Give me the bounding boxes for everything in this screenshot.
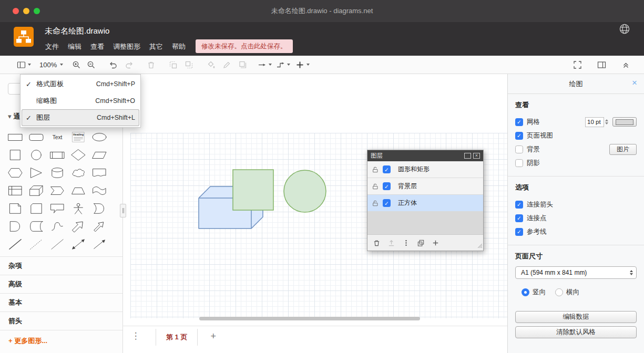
collapse-toolbar-button[interactable]: [619, 58, 632, 71]
shadow-checkbox[interactable]: [515, 159, 523, 167]
shape-cylinder[interactable]: [47, 164, 68, 182]
fill-color-button[interactable]: [204, 58, 218, 71]
redo-button[interactable]: [122, 58, 136, 71]
shape-textbox[interactable]: Heading: [68, 128, 89, 146]
shape-rectangle[interactable]: [5, 128, 26, 146]
shape-hexagon[interactable]: [5, 164, 26, 182]
menu-file[interactable]: 文件: [45, 42, 59, 51]
clear-default-style-button[interactable]: 清除默认风格: [515, 326, 637, 338]
shape-line[interactable]: [5, 235, 26, 253]
shape-parallelogram[interactable]: [89, 146, 110, 164]
zoom-in-button[interactable]: [69, 58, 83, 71]
lock-icon[interactable]: [372, 183, 379, 190]
layer-visible-checkbox[interactable]: [383, 182, 391, 190]
delete-layer-icon[interactable]: [373, 239, 381, 247]
option-checkbox[interactable]: [515, 228, 523, 236]
fullscreen-button[interactable]: [570, 58, 584, 71]
portrait-radio[interactable]: [522, 288, 529, 296]
section-advanced[interactable]: 高级: [0, 275, 122, 293]
square-shape[interactable]: [233, 170, 273, 210]
shape-ellipse[interactable]: [89, 128, 110, 146]
grid-color-button[interactable]: [612, 117, 637, 127]
shape-cube[interactable]: [26, 182, 47, 200]
layer-row[interactable]: 正方体: [367, 195, 483, 212]
shape-internal-storage[interactable]: [5, 182, 26, 200]
language-globe-icon[interactable]: [619, 23, 630, 36]
shape-document[interactable]: [89, 164, 110, 182]
shape-process[interactable]: [47, 146, 68, 164]
shape-dotted-line[interactable]: [26, 235, 47, 253]
landscape-radio[interactable]: [555, 288, 563, 296]
connection-style-button[interactable]: [258, 58, 272, 71]
shape-step[interactable]: [47, 182, 68, 200]
insert-button[interactable]: [295, 58, 310, 71]
layer-visible-checkbox[interactable]: [383, 199, 391, 207]
option-checkbox[interactable]: [515, 214, 523, 222]
page-tab-1[interactable]: 第 1 页: [156, 329, 198, 346]
menu-extras[interactable]: 其它: [149, 42, 163, 51]
lock-icon[interactable]: [372, 200, 379, 207]
shape-and[interactable]: [5, 217, 26, 235]
view-menu-item-layers[interactable]: 图层Cmd+Shift+L: [22, 109, 139, 126]
shape-data-storage[interactable]: [26, 217, 47, 235]
page-size-select[interactable]: A1 (594 mm x 841 mm): [515, 266, 637, 279]
shape-actor[interactable]: [68, 200, 89, 217]
shape-arrow[interactable]: [89, 235, 110, 253]
zoom-select[interactable]: 100%: [39, 58, 63, 71]
shape-rounded-rectangle[interactable]: [26, 128, 47, 146]
view-menu-item-format-panel[interactable]: 格式面板Cmd+Shift+P: [22, 76, 139, 92]
shape-cloud[interactable]: [68, 164, 89, 182]
page-view-checkbox[interactable]: [515, 132, 523, 140]
layer-row[interactable]: 背景层: [367, 178, 483, 195]
minimize-window-icon[interactable]: [464, 153, 471, 159]
shape-arrow-northeast[interactable]: [89, 217, 110, 235]
edit-layer-icon[interactable]: [402, 239, 410, 247]
move-selection-to-icon[interactable]: [387, 239, 395, 247]
shape-double-arrow[interactable]: [68, 235, 89, 253]
delete-button[interactable]: [144, 58, 158, 71]
shape-diamond[interactable]: [68, 146, 89, 164]
grid-size-stepper[interactable]: [605, 119, 608, 124]
background-image-button[interactable]: 图片: [609, 144, 637, 155]
add-page-button[interactable]: [210, 331, 216, 342]
duplicate-layer-icon[interactable]: [417, 239, 425, 247]
format-panel-toggle-button[interactable]: [595, 58, 608, 71]
shape-card[interactable]: [26, 200, 47, 217]
shape-curve[interactable]: [47, 217, 68, 235]
shape-trapezoid[interactable]: [68, 182, 89, 200]
layer-visible-checkbox[interactable]: [383, 165, 391, 173]
grid-checkbox[interactable]: [515, 118, 523, 126]
section-misc[interactable]: 杂项: [0, 256, 122, 275]
sidebar-resize-handle[interactable]: [120, 204, 126, 217]
more-shapes-link[interactable]: + 更多图形...: [0, 330, 122, 353]
line-color-button[interactable]: [220, 58, 233, 71]
shape-note[interactable]: [5, 200, 26, 217]
horizontal-scrollbar[interactable]: [199, 317, 420, 320]
close-window-icon[interactable]: [473, 153, 480, 159]
view-panels-button[interactable]: [17, 58, 31, 71]
shadow-button[interactable]: [236, 58, 249, 71]
grid-size-input[interactable]: [585, 117, 604, 127]
section-basic[interactable]: 基本: [0, 293, 122, 312]
option-checkbox[interactable]: [515, 201, 523, 209]
menu-help[interactable]: 帮助: [172, 42, 186, 51]
shape-text[interactable]: Text: [47, 128, 68, 146]
view-menu-item-outline[interactable]: 缩略图Cmd+Shift+O: [22, 92, 139, 109]
add-layer-icon[interactable]: [432, 239, 439, 247]
shape-callout[interactable]: [47, 200, 68, 217]
menu-view[interactable]: 查看: [90, 42, 104, 51]
pages-menu-icon[interactable]: [128, 330, 143, 341]
resize-grip[interactable]: [477, 242, 483, 250]
menu-arrange[interactable]: 调整图形: [113, 42, 140, 51]
edit-data-button[interactable]: 编辑数据: [515, 311, 637, 323]
undo-button[interactable]: [106, 58, 120, 71]
circle-shape[interactable]: [284, 170, 326, 212]
shape-arrow-northeast-bold[interactable]: [68, 217, 89, 235]
shape-or[interactable]: [89, 200, 110, 217]
close-panel-icon[interactable]: [632, 78, 637, 88]
tab-diagram[interactable]: 绘图: [569, 79, 583, 89]
to-front-button[interactable]: [166, 58, 180, 71]
shape-square[interactable]: [5, 146, 26, 164]
unsaved-changes-notice[interactable]: 修改未保存。点击此处保存。: [196, 39, 293, 53]
shape-tape[interactable]: [89, 182, 110, 200]
